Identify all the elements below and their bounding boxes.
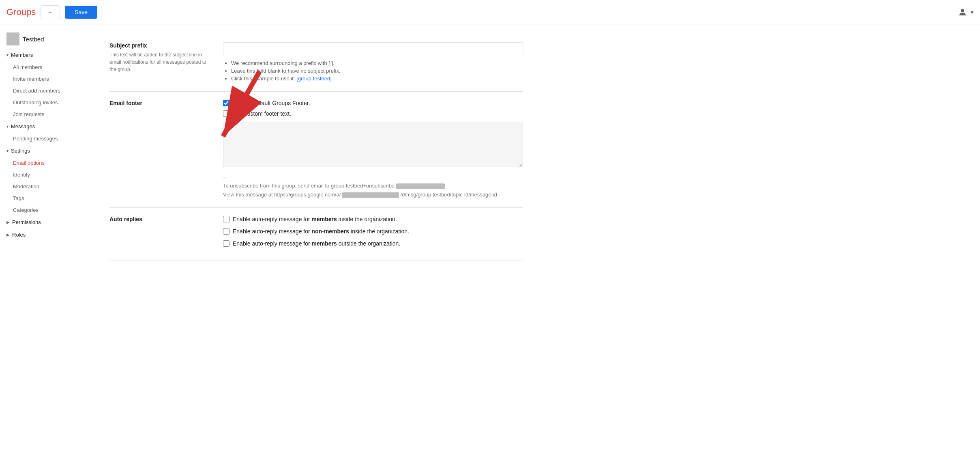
- auto-reply-members-inside-checkbox[interactable]: [223, 216, 229, 222]
- user-menu[interactable]: ▾: [958, 7, 974, 17]
- auto-reply-row-3: Enable auto-reply message for members ou…: [223, 240, 523, 247]
- auto-reply-members-outside-label[interactable]: Enable auto-reply message for members ou…: [233, 240, 400, 247]
- auto-reply-nonmembers-inside-checkbox[interactable]: [223, 228, 229, 235]
- footer-note-line2: To unsubscribe from this group, send ema…: [223, 181, 523, 190]
- sidebar-section-roles[interactable]: ▶ Roles: [0, 228, 93, 241]
- sidebar-group-header: Testbed: [0, 29, 93, 49]
- sidebar-section-messages[interactable]: ▾ Messages: [0, 120, 93, 133]
- add-custom-footer-label[interactable]: Add custom footer text.: [233, 110, 291, 117]
- chevron-right-icon: ▶: [6, 220, 10, 224]
- email-footer-control: Include Default Groups Footer. Add custo…: [223, 100, 523, 199]
- auto-replies-label-col: Auto replies: [109, 216, 207, 225]
- subject-prefix-label-col: Subject prefix This text will be added t…: [109, 42, 207, 73]
- account-icon: [958, 7, 967, 17]
- sidebar-section-label: Messages: [11, 123, 35, 129]
- email-footer-label-col: Email footer: [109, 100, 207, 109]
- footer-note-line3: View this message at https://groups.goog…: [223, 190, 523, 199]
- sidebar-item-identity[interactable]: Identity: [0, 169, 93, 181]
- chevron-down-icon: ▾: [971, 9, 974, 15]
- footer-note: -- To unsubscribe from this group, send …: [223, 172, 523, 199]
- group-avatar: [6, 32, 19, 45]
- hint-3: Click this example to use it: [group.tes…: [231, 75, 523, 82]
- subject-prefix-control: We recommend surrounding a prefix with […: [223, 42, 523, 83]
- sidebar-section-members[interactable]: ▾ Members: [0, 49, 93, 61]
- content-area: Subject prefix This text will be added t…: [93, 24, 980, 459]
- add-custom-footer-row: Add custom footer text.: [223, 110, 523, 117]
- blurred-email: [396, 183, 445, 189]
- sidebar-item-email-options[interactable]: Email options: [0, 157, 93, 169]
- footer-text-area[interactable]: [223, 123, 523, 167]
- sidebar-item-tags[interactable]: Tags: [0, 192, 93, 204]
- subject-prefix-desc: This text will be added to the subject l…: [109, 51, 207, 73]
- sidebar-section-permissions[interactable]: ▶ Permissions: [0, 216, 93, 228]
- sidebar-item-outstanding-invites[interactable]: Outstanding invites: [0, 97, 93, 108]
- sidebar-item-direct-add-members[interactable]: Direct add members: [0, 85, 93, 97]
- subject-prefix-label: Subject prefix: [109, 42, 207, 49]
- sidebar-section-label: Roles: [12, 232, 26, 238]
- main-layout: Testbed ▾ Members All members Invite mem…: [0, 24, 980, 459]
- sidebar-item-moderation[interactable]: Moderation: [0, 181, 93, 192]
- sidebar-group-name: Testbed: [23, 36, 44, 43]
- back-button[interactable]: ←: [41, 5, 60, 19]
- sidebar-item-all-members[interactable]: All members: [0, 61, 93, 73]
- footer-note-line1: --: [223, 172, 523, 181]
- subject-prefix-input[interactable]: [223, 42, 523, 55]
- chevron-right-icon: ▶: [6, 233, 10, 237]
- include-default-footer-label[interactable]: Include Default Groups Footer.: [233, 100, 310, 106]
- sidebar: Testbed ▾ Members All members Invite mem…: [0, 24, 93, 459]
- sidebar-section-label: Settings: [11, 148, 30, 154]
- svg-point-0: [961, 9, 964, 12]
- sidebar-section-settings[interactable]: ▾ Settings: [0, 144, 93, 157]
- auto-replies-control: Enable auto-reply message for members in…: [223, 216, 523, 252]
- sidebar-item-join-requests[interactable]: Join requests: [0, 108, 93, 120]
- auto-reply-members-inside-label[interactable]: Enable auto-reply message for members in…: [233, 216, 397, 222]
- include-default-footer-checkbox[interactable]: [223, 100, 229, 106]
- chevron-down-icon: ▾: [6, 149, 9, 153]
- auto-reply-nonmembers-inside-label[interactable]: Enable auto-reply message for non-member…: [233, 228, 409, 235]
- auto-reply-members-outside-checkbox[interactable]: [223, 240, 229, 247]
- email-footer-label: Email footer: [109, 100, 207, 106]
- sidebar-section-label: Members: [11, 52, 33, 58]
- email-footer-section: Email footer Include Defa: [109, 92, 523, 208]
- subject-prefix-section: Subject prefix This text will be added t…: [109, 34, 523, 92]
- auto-reply-row-1: Enable auto-reply message for members in…: [223, 216, 523, 222]
- top-bar-left: Groups ← Save: [6, 5, 97, 19]
- sidebar-item-categories[interactable]: Categories: [0, 204, 93, 216]
- save-button[interactable]: Save: [65, 6, 97, 19]
- chevron-down-icon: ▾: [6, 53, 9, 57]
- include-default-footer-row: Include Default Groups Footer.: [223, 100, 523, 106]
- auto-replies-label: Auto replies: [109, 216, 207, 222]
- top-bar: Groups ← Save ▾: [0, 0, 980, 24]
- auto-replies-section: Auto replies Enable auto-reply message f…: [109, 208, 523, 261]
- hint-2: Leave this field blank to have no subjec…: [231, 68, 523, 74]
- add-custom-footer-checkbox[interactable]: [223, 110, 229, 117]
- example-link[interactable]: [group.testbed]: [296, 75, 332, 82]
- auto-reply-row-2: Enable auto-reply message for non-member…: [223, 228, 523, 235]
- sidebar-item-invite-members[interactable]: Invite members: [0, 73, 93, 85]
- chevron-down-icon: ▾: [6, 124, 9, 129]
- app-title: Groups: [6, 7, 36, 17]
- subject-prefix-hints: We recommend surrounding a prefix with […: [223, 60, 523, 82]
- blurred-url: [342, 192, 399, 198]
- sidebar-item-pending-messages[interactable]: Pending messages: [0, 133, 93, 144]
- sidebar-section-label: Permissions: [12, 219, 41, 225]
- content-inner: Subject prefix This text will be added t…: [93, 24, 539, 271]
- hint-1: We recommend surrounding a prefix with […: [231, 60, 523, 66]
